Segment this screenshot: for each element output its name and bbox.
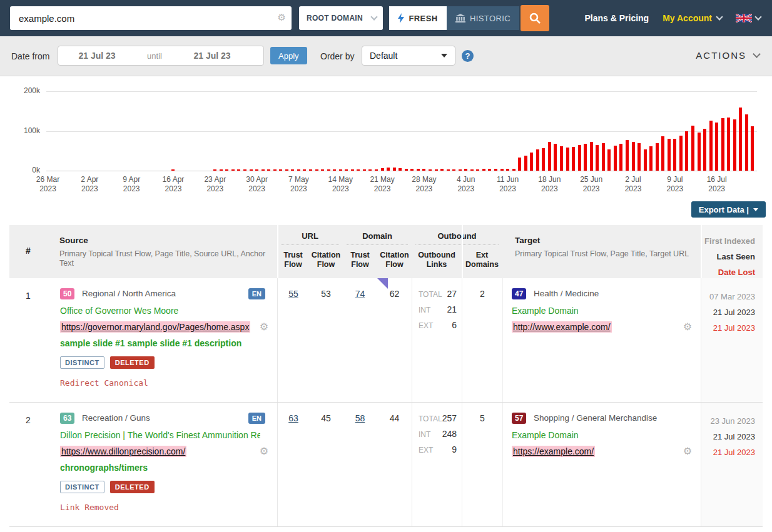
chart-bar — [584, 144, 587, 171]
top-navbar: ⚙ ROOT DOMAIN FRESH HISTORIC Plans & Pri… — [0, 0, 772, 36]
x-axis-label: 2 Apr2023 — [81, 175, 98, 194]
chevron-down-icon — [754, 13, 761, 20]
search-type-dropdown[interactable]: ROOT DOMAIN — [299, 6, 383, 30]
order-by-select[interactable]: Default — [362, 46, 455, 66]
search-input[interactable] — [10, 6, 292, 30]
uk-flag-icon — [736, 14, 752, 23]
outbound-int-value: 21 — [447, 304, 457, 314]
row-options-gear-icon[interactable]: ⚙ — [260, 321, 268, 333]
x-axis-label: 23 Apr2023 — [204, 175, 226, 194]
first-indexed-date: 23 Jun 2023 — [701, 413, 755, 429]
chart-bar — [470, 169, 474, 171]
header-outbound-links[interactable]: Outbound Links — [412, 245, 462, 278]
source-url-link[interactable]: https://governor.maryland.gov/Pages/home… — [60, 321, 250, 333]
header-domain-trust-flow[interactable]: Trust Flow — [343, 245, 377, 278]
order-by-value: Default — [370, 51, 441, 61]
target-trust-flow-badge: 47 — [512, 288, 526, 299]
source-page-title-link[interactable]: Dillon Precision | The World's Finest Am… — [60, 430, 260, 440]
date-from-label: Date from — [11, 51, 49, 61]
chart-bar — [422, 169, 425, 171]
header-source-sub: Primary Topical Trust Flow, Page Title, … — [59, 249, 277, 268]
actions-menu[interactable]: ACTIONS — [696, 50, 759, 61]
historic-label: HISTORIC — [470, 14, 510, 23]
chart-bar — [578, 145, 581, 171]
row-options-gear-icon[interactable]: ⚙ — [683, 321, 692, 333]
search-settings-gear-icon[interactable]: ⚙ — [278, 12, 286, 23]
export-data-button[interactable]: Export Data | — [691, 201, 766, 218]
header-first-indexed[interactable]: First Indexed — [701, 233, 755, 249]
plans-pricing-link[interactable]: Plans & Pricing — [584, 13, 649, 23]
chart-bar — [709, 121, 713, 171]
my-account-menu[interactable]: My Account — [663, 13, 722, 23]
chart-bar — [417, 169, 420, 171]
deleted-badge: DELETED — [110, 481, 155, 493]
date-from-input[interactable] — [58, 51, 136, 61]
source-topic: Recreation / Guns — [82, 413, 150, 423]
apply-button[interactable]: Apply — [270, 47, 307, 64]
header-ext-domains[interactable]: Ext Domains — [462, 245, 502, 278]
target-url-link[interactable]: https://example.com/ — [512, 446, 595, 457]
chart-bar — [554, 144, 557, 171]
url-trust-flow-link[interactable]: 55 — [288, 289, 298, 299]
url-trust-flow-link[interactable]: 63 — [288, 413, 298, 423]
help-icon[interactable]: ? — [462, 50, 474, 62]
dates-cell: 07 Mar 2023 21 Jul 2023 21 Jul 2023 — [701, 278, 763, 402]
header-last-seen[interactable]: Last Seen — [701, 249, 755, 264]
chart-bar — [243, 169, 246, 171]
source-page-title-link[interactable]: Office of Governor Wes Moore — [60, 306, 260, 316]
domain-search-field[interactable]: ⚙ — [10, 6, 292, 30]
domain-trust-flow-link[interactable]: 74 — [355, 289, 365, 299]
chart-bar — [542, 148, 545, 171]
outbound-total-value: 27 — [447, 289, 457, 299]
chart-bar — [321, 169, 324, 171]
header-group-url: URL Trust Flow Citation Flow — [277, 225, 343, 278]
chart-bar — [435, 169, 438, 171]
chart-bar — [447, 169, 450, 171]
chart-bar — [644, 149, 647, 171]
target-page-title-link[interactable]: Example Domain — [512, 306, 691, 316]
chart-bar — [440, 169, 444, 171]
domain-trust-flow-link[interactable]: 58 — [355, 413, 365, 423]
domain-trust-flow-cell: 74 — [343, 278, 377, 402]
outbound-int-value: 248 — [442, 429, 457, 439]
date-lost-date: 21 Jul 2023 — [701, 320, 755, 336]
target-page-title-link[interactable]: Example Domain — [512, 430, 691, 440]
outbound-ext-value: 6 — [452, 320, 457, 330]
chart-bar — [560, 146, 563, 171]
chart-bar — [590, 142, 593, 171]
outbound-int-label: INT — [419, 429, 430, 439]
chart-bar — [399, 168, 402, 171]
fresh-index-button[interactable]: FRESH — [389, 6, 447, 30]
source-url-link[interactable]: https://www.dillonprecision.com/ — [60, 446, 186, 457]
header-url-citation-flow[interactable]: Citation Flow — [309, 245, 343, 278]
source-topic: Regional / North America — [82, 289, 176, 298]
row-options-gear-icon[interactable]: ⚙ — [683, 445, 692, 457]
header-source[interactable]: Source Primary Topical Trust Flow, Page … — [47, 225, 277, 278]
chart-bar — [351, 169, 354, 171]
header-outbound-label: Outbound — [412, 225, 502, 244]
table-row: 1 50 Regional / North America EN Office … — [9, 278, 763, 403]
outbound-links-cell: TOTAL27 INT21 EXT6 — [412, 278, 462, 402]
date-to-input[interactable] — [173, 51, 251, 61]
language-badge: EN — [248, 413, 265, 424]
target-url-link[interactable]: http://www.example.com/ — [512, 321, 612, 333]
header-domain-citation-flow[interactable]: Citation Flow — [377, 245, 412, 278]
chart-bar — [363, 169, 366, 171]
historic-index-button[interactable]: HISTORIC — [447, 6, 519, 30]
header-target[interactable]: Target Primary Topical Trust Flow, Page … — [502, 225, 701, 278]
fresh-label: FRESH — [409, 14, 437, 23]
search-submit-button[interactable] — [521, 5, 549, 31]
distinct-badge: DISTINCT — [60, 481, 104, 493]
header-url-label: URL — [277, 225, 343, 244]
language-selector[interactable] — [736, 14, 761, 23]
header-target-sub: Primary Topical Trust Flow, Page Title, … — [515, 249, 701, 259]
chart-bar — [607, 149, 611, 171]
header-group-domain: Domain Trust Flow Citation Flow — [343, 225, 412, 278]
chevron-down-icon — [716, 13, 723, 20]
header-url-trust-flow[interactable]: Trust Flow — [277, 245, 309, 278]
row-options-gear-icon[interactable]: ⚙ — [260, 445, 268, 457]
order-by-label: Order by — [320, 51, 354, 61]
deleted-badge: DELETED — [110, 356, 155, 369]
chevron-down-icon — [370, 13, 377, 20]
ext-domains-cell: 5 — [462, 403, 502, 526]
